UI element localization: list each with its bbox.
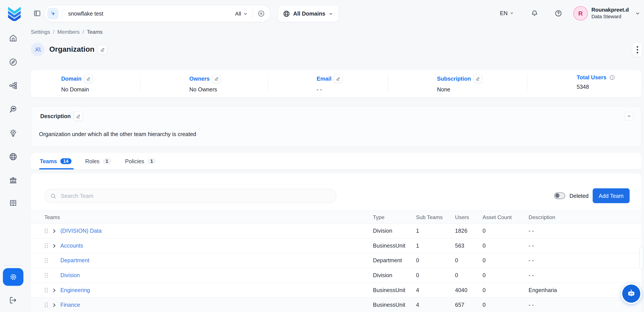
team-name-link[interactable]: Finance (60, 302, 80, 308)
drag-handle-icon[interactable] (44, 272, 48, 278)
description-label: Description (40, 113, 71, 119)
drag-handle-icon[interactable] (44, 302, 48, 307)
pencil-icon (214, 76, 219, 81)
pencil-icon (336, 76, 340, 81)
observability-icon[interactable] (8, 105, 18, 114)
description-text: Organization under which all the other t… (39, 131, 196, 137)
logout-icon[interactable] (8, 295, 17, 304)
column-asset-count: Asset Count (482, 214, 528, 220)
sidebar-item-settings[interactable] (3, 268, 24, 286)
breadcrumb-members[interactable]: Members (57, 29, 80, 35)
govern-icon[interactable] (8, 176, 18, 185)
drag-handle-icon[interactable] (44, 258, 48, 263)
user-avatar[interactable]: R (573, 6, 588, 20)
team-name-link[interactable]: Division (60, 272, 80, 278)
drag-handle-icon[interactable] (44, 228, 48, 234)
summary-divider (268, 74, 268, 93)
lineage-icon[interactable] (8, 81, 18, 90)
ai-sparkle-icon[interactable] (47, 8, 59, 20)
expand-chevron-icon[interactable] (52, 229, 57, 234)
column-type: Type (373, 214, 416, 220)
drag-handle-icon[interactable] (44, 243, 48, 248)
info-icon[interactable] (609, 75, 615, 81)
email-value: - - (317, 86, 342, 92)
summary-subscription: Subscription None (437, 75, 482, 93)
expand-chevron-icon[interactable] (52, 288, 57, 293)
pencil-icon (100, 47, 105, 52)
expand-chevron-icon[interactable] (52, 302, 57, 307)
kebab-icon (636, 46, 638, 54)
team-name-link[interactable]: Accounts (60, 243, 83, 249)
main-content: Settings/Members/Teams Organization Doma… (26, 26, 644, 312)
team-type: BusinessUnit (373, 287, 416, 293)
summary-owners: Owners No Owners (189, 75, 221, 93)
scrollbar-thumb[interactable] (640, 247, 643, 269)
tab-teams[interactable]: Teams 14 (40, 153, 71, 169)
table-row: Division Division 0 0 0 - - (31, 268, 642, 283)
search-scope-dropdown[interactable]: All (235, 11, 248, 17)
edit-subscription-button[interactable] (473, 75, 482, 83)
team-users: 0 (455, 272, 483, 278)
clear-search-icon[interactable] (258, 10, 265, 17)
team-type: BusinessUnit (373, 302, 416, 308)
summary-divider (140, 74, 140, 93)
app-logo-icon[interactable] (6, 5, 22, 21)
teams-table-header: Teams Type Sub Teams Users Asset Count D… (31, 211, 642, 224)
search-scope-label: All (235, 11, 241, 17)
collapse-description-button[interactable] (625, 112, 633, 120)
owners-value: No Owners (189, 86, 221, 92)
team-users: 1826 (455, 228, 483, 234)
tab-roles[interactable]: Roles 1 (85, 153, 111, 169)
team-search-box[interactable] (44, 189, 336, 203)
team-sub-teams: 1 (416, 228, 455, 234)
team-name-link[interactable]: Department (60, 257, 89, 264)
deleted-toggle[interactable] (554, 192, 566, 199)
breadcrumb-settings[interactable]: Settings (31, 29, 50, 35)
edit-description-button[interactable] (74, 111, 83, 121)
chevron-up-icon (627, 114, 631, 118)
home-icon[interactable] (8, 34, 18, 43)
deleted-toggle-label: Deleted (570, 193, 588, 199)
chevron-down-icon (243, 11, 248, 16)
user-menu-chevron-icon[interactable] (634, 10, 641, 16)
team-users: 657 (455, 302, 483, 308)
explore-icon[interactable] (8, 58, 18, 67)
breadcrumb-separator: / (82, 29, 84, 35)
edit-owners-button[interactable] (212, 75, 220, 83)
summary-domain: Domain No Domain (61, 75, 93, 93)
team-name-link[interactable]: Engineering (60, 287, 90, 293)
add-team-button[interactable]: Add Team (592, 188, 630, 203)
pencil-icon (86, 76, 90, 81)
search-input[interactable] (68, 10, 235, 17)
help-icon[interactable] (554, 9, 562, 17)
notifications-bell-icon[interactable] (531, 9, 538, 17)
insights-icon[interactable] (8, 129, 18, 138)
expand-chevron-icon[interactable] (52, 243, 57, 248)
summary-divider (388, 74, 388, 93)
manage-menu-button[interactable] (632, 43, 642, 57)
team-asset-count: 0 (482, 302, 528, 308)
breadcrumb-separator: / (53, 29, 54, 35)
tab-policies[interactable]: Policies 1 (125, 153, 156, 169)
team-description: - - (529, 257, 642, 264)
subscription-value: None (437, 86, 482, 92)
domains-icon[interactable] (8, 152, 18, 161)
team-sub-teams: 4 (416, 302, 455, 308)
global-search-bar[interactable]: All (44, 5, 271, 22)
team-search-input[interactable] (60, 192, 336, 199)
edit-domain-button[interactable] (84, 75, 92, 83)
sidebar-collapse-icon[interactable] (33, 10, 41, 17)
user-role: Data Steward (592, 13, 629, 20)
team-name-link[interactable]: (DIVISION) Data (60, 228, 102, 234)
edit-email-button[interactable] (334, 75, 342, 83)
language-selector[interactable]: EN (500, 10, 514, 16)
tab-policies-label: Policies (125, 158, 144, 164)
edit-title-button[interactable] (98, 45, 107, 54)
glossary-icon[interactable] (8, 199, 18, 208)
table-row: Accounts BusinessUnit 1 563 0 - - (31, 239, 642, 253)
domains-dropdown[interactable]: All Domains (278, 5, 339, 22)
search-divider (252, 9, 253, 18)
chatbot-button[interactable] (622, 285, 640, 303)
team-sub-teams: 0 (416, 272, 455, 278)
drag-handle-icon[interactable] (44, 287, 48, 293)
